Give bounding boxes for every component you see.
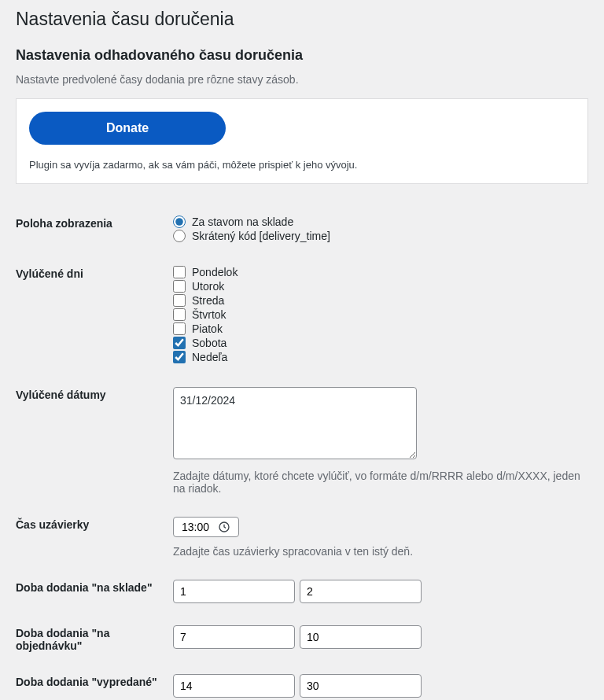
clock-icon — [218, 521, 230, 533]
delivery-instock-row: Doba dodania "na sklade" — [16, 580, 588, 603]
settings-form: Poloha zobrazenia Za stavom na sklade Sk… — [16, 216, 588, 700]
checkbox-input-sunday[interactable] — [173, 351, 186, 363]
time-input-wrapper[interactable] — [173, 517, 239, 537]
checkbox-tuesday[interactable]: Utorok — [173, 280, 588, 293]
excluded-dates-row: Vylúčené dátumy Zadajte dátumy, ktoré ch… — [16, 387, 588, 495]
page-title: Nastavenia času doručenia — [16, 8, 588, 31]
checkbox-label: Utorok — [192, 280, 224, 293]
radio-after-stock[interactable] — [173, 216, 186, 228]
delivery-outofstock-field — [173, 674, 588, 698]
delivery-backorder-row: Doba dodania "na objednávku" — [16, 625, 588, 652]
checkbox-input-friday[interactable] — [173, 322, 186, 335]
section-description: Nastavte predvolené časy dodania pre rôz… — [16, 73, 588, 86]
checkbox-input-saturday[interactable] — [173, 337, 186, 349]
delivery-backorder-field — [173, 625, 588, 649]
cutoff-time-input[interactable] — [182, 521, 215, 533]
checkbox-label: Nedeľa — [192, 351, 227, 363]
checkbox-label: Piatok — [192, 322, 223, 335]
checkbox-label: Pondelok — [192, 266, 238, 278]
display-position-row: Poloha zobrazenia Za stavom na sklade Sk… — [16, 216, 588, 244]
checkbox-label: Streda — [192, 294, 224, 307]
radio-label: Skrátený kód [delivery_time] — [192, 230, 330, 242]
display-position-field: Za stavom na sklade Skrátený kód [delive… — [173, 216, 588, 244]
excluded-days-field: Pondelok Utorok Streda Štvrtok Piatok So… — [173, 266, 588, 365]
delivery-instock-field — [173, 580, 588, 603]
delivery-outofstock-row: Doba dodania "vypredané" — [16, 674, 588, 698]
delivery-instock-label: Doba dodania "na sklade" — [16, 580, 173, 594]
cutoff-time-label: Čas uzávierky — [16, 517, 173, 531]
donate-text: Plugin sa vyvíja zadarmo, ak sa vám páči… — [29, 159, 575, 171]
section-title: Nastavenia odhadovaného času doručenia — [16, 47, 588, 64]
radio-label: Za stavom na sklade — [192, 216, 293, 228]
checkbox-input-monday[interactable] — [173, 266, 186, 278]
checkbox-input-wednesday[interactable] — [173, 294, 186, 307]
display-position-label: Poloha zobrazenia — [16, 216, 173, 230]
checkbox-label: Štvrtok — [192, 308, 226, 321]
checkbox-label: Sobota — [192, 337, 226, 349]
radio-option-after-stock[interactable]: Za stavom na sklade — [173, 216, 588, 228]
checkbox-saturday[interactable]: Sobota — [173, 337, 588, 349]
checkbox-input-tuesday[interactable] — [173, 280, 186, 293]
checkbox-thursday[interactable]: Štvrtok — [173, 308, 588, 321]
checkbox-input-thursday[interactable] — [173, 308, 186, 321]
excluded-dates-label: Vylúčené dátumy — [16, 387, 173, 401]
donate-button[interactable]: Donate — [29, 112, 226, 145]
checkbox-monday[interactable]: Pondelok — [173, 266, 588, 278]
excluded-dates-help: Zadajte dátumy, ktoré chcete vylúčiť, vo… — [173, 470, 588, 495]
cutoff-time-help: Zadajte čas uzávierky spracovania v ten … — [173, 545, 588, 558]
cutoff-time-field: Zadajte čas uzávierky spracovania v ten … — [173, 517, 588, 558]
checkbox-sunday[interactable]: Nedeľa — [173, 351, 588, 363]
excluded-days-row: Vylúčené dni Pondelok Utorok Streda Štvr… — [16, 266, 588, 365]
delivery-outofstock-min[interactable] — [173, 674, 295, 698]
delivery-instock-min[interactable] — [173, 580, 295, 603]
excluded-days-label: Vylúčené dni — [16, 266, 173, 280]
checkbox-wednesday[interactable]: Streda — [173, 294, 588, 307]
delivery-backorder-min[interactable] — [173, 625, 295, 649]
excluded-dates-textarea[interactable] — [173, 387, 417, 459]
checkbox-friday[interactable]: Piatok — [173, 322, 588, 335]
delivery-backorder-label: Doba dodania "na objednávku" — [16, 625, 173, 652]
delivery-backorder-max[interactable] — [300, 625, 422, 649]
delivery-outofstock-label: Doba dodania "vypredané" — [16, 674, 173, 688]
delivery-instock-max[interactable] — [300, 580, 422, 603]
radio-option-shortcode[interactable]: Skrátený kód [delivery_time] — [173, 230, 588, 242]
donate-box: Donate Plugin sa vyvíja zadarmo, ak sa v… — [16, 98, 588, 184]
radio-shortcode[interactable] — [173, 230, 186, 242]
excluded-dates-field: Zadajte dátumy, ktoré chcete vylúčiť, vo… — [173, 387, 588, 495]
delivery-outofstock-max[interactable] — [300, 674, 422, 698]
cutoff-time-row: Čas uzávierky Zadajte čas uzávierky spra… — [16, 517, 588, 558]
